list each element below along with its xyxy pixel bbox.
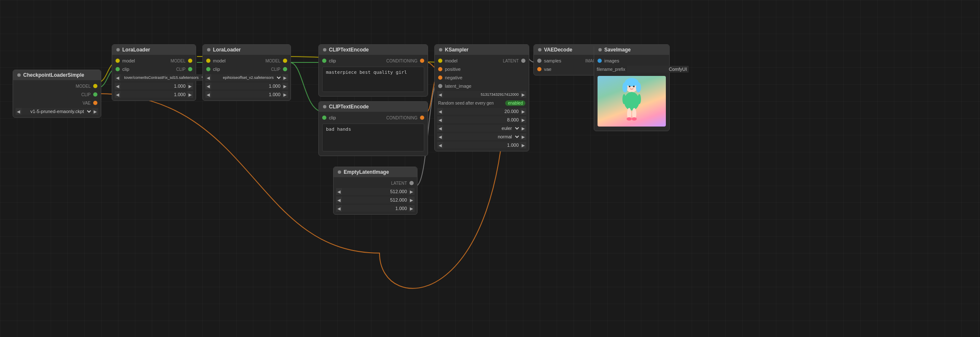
node-dot bbox=[338, 170, 341, 174]
cte-pos-conditioning-output[interactable] bbox=[420, 59, 424, 63]
node-dot bbox=[538, 48, 541, 51]
ks-negative-row: negative bbox=[435, 73, 529, 82]
ks-denoise-increment[interactable]: ▶ bbox=[520, 142, 526, 148]
empty-latent-body: LATENT ◀ ▶ ◀ ▶ ◀ ▶ bbox=[334, 177, 417, 214]
ks-sampler-select[interactable]: euler bbox=[443, 125, 520, 132]
ks-seed-row: ◀ ▶ bbox=[435, 90, 529, 99]
clip-text-encode-neg-title: CLIPTextEncode bbox=[329, 104, 369, 110]
output-model-connector[interactable] bbox=[93, 84, 97, 88]
cte-pos-text-input[interactable]: masterpiece best quality girl bbox=[322, 67, 424, 92]
ks-scheduler-increment[interactable]: ▶ bbox=[520, 133, 526, 140]
ks-denoise-decrement[interactable]: ◀ bbox=[437, 142, 443, 148]
cte-neg-conditioning-output[interactable] bbox=[420, 116, 424, 120]
ks-seed-input[interactable] bbox=[443, 91, 520, 98]
empty-latent-title: EmptyLatentImage bbox=[344, 169, 389, 175]
eli-width-decrement[interactable]: ◀ bbox=[336, 188, 342, 195]
ks-denoise-input[interactable] bbox=[443, 142, 520, 148]
ll2-strength-model-decrement[interactable]: ◀ bbox=[205, 83, 211, 89]
ll2-strength-model-input[interactable] bbox=[211, 83, 282, 89]
ks-sampler-decrement[interactable]: ◀ bbox=[437, 125, 443, 132]
svg-point-8 bbox=[638, 94, 641, 104]
eli-batchsize-decrement[interactable]: ◀ bbox=[336, 205, 342, 212]
ks-cfg-input[interactable] bbox=[443, 116, 520, 123]
node-canvas[interactable]: CheckpointLoaderSimple MODEL CLIP VAE ◀ bbox=[0, 0, 980, 337]
ckpt-decrement[interactable]: ◀ bbox=[16, 108, 22, 115]
ks-positive-input[interactable] bbox=[438, 67, 442, 71]
ks-model-row: model LATENT bbox=[435, 57, 529, 65]
ll1-loraname-decrement[interactable]: ◀ bbox=[115, 74, 121, 81]
eli-height-decrement[interactable]: ◀ bbox=[336, 197, 342, 203]
cte-pos-clip-input[interactable] bbox=[322, 59, 326, 63]
eli-width-increment[interactable]: ▶ bbox=[409, 188, 415, 195]
ks-steps-increment[interactable]: ▶ bbox=[520, 108, 526, 115]
output-vae-connector[interactable] bbox=[93, 101, 97, 105]
node-dot bbox=[17, 73, 21, 77]
ll2-strength-clip-increment[interactable]: ▶ bbox=[282, 91, 288, 98]
ll2-clip-output[interactable] bbox=[283, 67, 287, 71]
cte-neg-text-input[interactable]: bad hands bbox=[322, 124, 424, 151]
ll1-clip-output[interactable] bbox=[188, 67, 192, 71]
ll2-strength-model-increment[interactable]: ▶ bbox=[282, 83, 288, 89]
ksampler-title: KSampler bbox=[445, 47, 468, 53]
ll2-loraname-increment[interactable]: ▶ bbox=[282, 74, 288, 81]
eli-height-increment[interactable]: ▶ bbox=[409, 197, 415, 203]
vd-vae-input[interactable] bbox=[537, 67, 541, 71]
ks-steps-decrement[interactable]: ◀ bbox=[437, 108, 443, 115]
ll2-model-input[interactable] bbox=[206, 59, 210, 63]
ll2-model-output[interactable] bbox=[283, 59, 287, 63]
eli-height-row: ◀ ▶ bbox=[334, 196, 417, 204]
ll1-strength-clip-decrement[interactable]: ◀ bbox=[115, 91, 121, 98]
ll1-clip-input[interactable] bbox=[116, 67, 120, 71]
si-images-input[interactable] bbox=[598, 59, 602, 63]
eli-width-input[interactable] bbox=[342, 188, 409, 195]
ll1-strength-model-input[interactable] bbox=[121, 83, 187, 89]
clip-text-encode-neg-node: CLIPTextEncode clip CONDITIONING bad han… bbox=[318, 101, 428, 156]
ks-cfg-increment[interactable]: ▶ bbox=[520, 116, 526, 123]
ll2-strength-clip-row: ◀ ▶ bbox=[203, 90, 291, 99]
ks-seed-increment[interactable]: ▶ bbox=[520, 91, 526, 98]
ll1-strength-model-increment[interactable]: ▶ bbox=[187, 83, 193, 89]
ks-cfg-decrement[interactable]: ◀ bbox=[437, 116, 443, 123]
ll1-model-output[interactable] bbox=[188, 59, 192, 63]
svg-point-2 bbox=[622, 82, 627, 92]
eli-height-input[interactable] bbox=[342, 197, 409, 203]
ll1-strength-model-decrement[interactable]: ◀ bbox=[115, 83, 121, 89]
ll2-strength-model-row: ◀ ▶ bbox=[203, 82, 291, 90]
ks-latent-output[interactable] bbox=[521, 59, 525, 63]
ks-random-seed-toggle[interactable]: enabled bbox=[505, 100, 525, 106]
ll1-model-input[interactable] bbox=[116, 59, 120, 63]
ks-scheduler-select[interactable]: normal bbox=[443, 133, 520, 140]
ll2-clip-input[interactable] bbox=[206, 67, 210, 71]
ks-sampler-increment[interactable]: ▶ bbox=[520, 125, 526, 132]
svg-point-3 bbox=[636, 82, 641, 92]
svg-point-4 bbox=[624, 92, 639, 111]
ks-model-input[interactable] bbox=[438, 59, 442, 63]
ll2-model-row: model MODEL bbox=[203, 57, 291, 65]
ks-seed-decrement[interactable]: ◀ bbox=[437, 91, 443, 98]
ll2-loraname-select[interactable]: epiNoiseoffset_v2.safetensors bbox=[211, 74, 282, 81]
vd-samples-input[interactable] bbox=[537, 59, 541, 63]
ks-scheduler-decrement[interactable]: ◀ bbox=[437, 133, 443, 140]
cte-neg-clip-input[interactable] bbox=[322, 116, 326, 120]
ks-latent-image-input[interactable] bbox=[438, 84, 442, 88]
cte-neg-clip-row: clip CONDITIONING bbox=[319, 113, 428, 122]
ll1-strength-clip-increment[interactable]: ▶ bbox=[187, 91, 193, 98]
ll2-strength-clip-input[interactable] bbox=[211, 91, 282, 98]
output-clip-connector[interactable] bbox=[93, 92, 97, 97]
ll2-loraname-decrement[interactable]: ◀ bbox=[205, 74, 211, 81]
ll1-strength-clip-input[interactable] bbox=[121, 91, 187, 98]
eli-batchsize-input[interactable] bbox=[342, 205, 409, 212]
ll2-strength-clip-decrement[interactable]: ◀ bbox=[205, 91, 211, 98]
ckpt-name-select[interactable]: v1-5-pruned-emaonly.ckpt bbox=[22, 108, 92, 115]
ks-steps-input[interactable] bbox=[443, 108, 520, 115]
ckpt-increment[interactable]: ▶ bbox=[92, 108, 98, 115]
eli-batchsize-increment[interactable]: ▶ bbox=[409, 205, 415, 212]
ll2-loraname-row: ◀ epiNoiseoffset_v2.safetensors ▶ bbox=[203, 73, 291, 82]
ks-sampler-name-row: ◀ euler ▶ bbox=[435, 124, 529, 132]
save-image-node: SaveImage images filename_prefix bbox=[594, 44, 670, 131]
eli-latent-output[interactable] bbox=[409, 181, 414, 185]
ks-negative-input[interactable] bbox=[438, 75, 442, 80]
lora-loader-2-header: LoraLoader bbox=[203, 45, 291, 55]
si-filename-input[interactable] bbox=[627, 66, 689, 73]
ll1-loraname-select[interactable]: tover/comer8sContrastFix_sd15.safetensor… bbox=[121, 74, 207, 81]
